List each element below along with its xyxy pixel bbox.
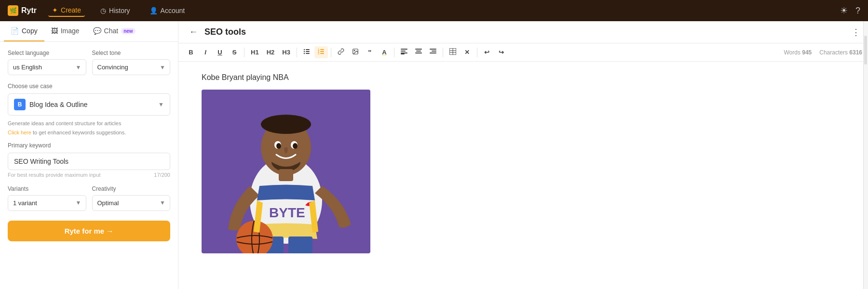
align-center-button[interactable] (412, 46, 425, 58)
word-count-area: Words 945 Characters 6316 (784, 49, 862, 56)
back-button[interactable]: ← (186, 26, 201, 38)
svg-rect-23 (430, 53, 436, 53)
use-case-chevron-icon: ▼ (158, 101, 164, 108)
language-group: Select language us English ▼ (8, 50, 86, 75)
ryte-button-label: Ryte for me → (65, 227, 114, 235)
use-case-selector: B Blog Idea & Outline ▼ (8, 93, 170, 116)
language-select[interactable]: us English (8, 59, 86, 75)
header-right: ⋮ (852, 27, 860, 38)
image-insert-button[interactable] (349, 46, 362, 58)
use-case-description: Generate ideas and content structure for… (8, 119, 170, 128)
nav-account-label: Account (161, 7, 185, 14)
use-case-value-label: Blog Idea & Outline (29, 101, 154, 108)
theme-toggle-icon[interactable]: ☀ (840, 5, 848, 16)
use-case-button[interactable]: B Blog Idea & Outline ▼ (8, 93, 170, 116)
tone-group: Select tone Convincing ▼ (92, 50, 171, 75)
svg-point-4 (304, 53, 305, 54)
keyword-count: 17/200 (154, 172, 170, 178)
words-count: 945 (802, 49, 812, 56)
link-button[interactable] (334, 46, 348, 58)
image-tab-label: Image (61, 27, 80, 35)
use-case-label: Choose use case (8, 83, 170, 90)
svg-rect-3 (306, 51, 310, 52)
toolbar-divider-2 (297, 48, 297, 57)
tone-select-wrapper: Convincing ▼ (92, 59, 171, 75)
svg-rect-17 (401, 53, 405, 54)
help-icon[interactable]: ? (855, 6, 860, 16)
chat-tab-label: Chat (104, 27, 119, 35)
image-caption: Kobe Bryant playing NBA (202, 73, 845, 82)
ordered-list-button[interactable]: 1.2.3. (314, 46, 328, 58)
h1-button[interactable]: H1 (247, 47, 262, 58)
nav-logo[interactable]: 🌿 Rytr (8, 5, 37, 16)
variants-select[interactable]: 1 variant (8, 195, 86, 211)
tab-chat[interactable]: 💬 Chat new (86, 21, 142, 41)
table-button[interactable] (446, 46, 460, 58)
content-area: ← SEO tools ⋮ B I U S H1 H2 H3 1.2.3. (178, 21, 868, 289)
quote-button[interactable]: " (363, 46, 377, 58)
image-tab-icon: 🖼 (51, 27, 58, 35)
nav-right: ☀ ? (840, 5, 860, 16)
clear-formatting-button[interactable]: ✕ (461, 47, 474, 58)
editor-body[interactable]: Kobe Bryant playing NBA (178, 62, 868, 289)
editor-title: SEO tools (204, 27, 246, 37)
editor-toolbar: B I U S H1 H2 H3 1.2.3. " A (178, 43, 868, 62)
nav-item-create[interactable]: ✦ Create (48, 4, 85, 17)
nav-item-account[interactable]: 👤 Account (146, 5, 189, 16)
editor-scrollbar[interactable] (863, 21, 868, 289)
chat-badge: new (121, 28, 135, 34)
toolbar-divider-4 (394, 48, 394, 57)
undo-button[interactable]: ↩ (480, 47, 494, 58)
nav-history-label: History (109, 7, 130, 14)
toolbar-divider-1 (244, 48, 244, 57)
tab-image[interactable]: 🖼 Image (44, 21, 86, 41)
more-options-button[interactable]: ⋮ (852, 27, 860, 38)
keyword-hint-text: For best results provide maximum input (8, 172, 101, 178)
bullet-list-button[interactable] (300, 46, 313, 58)
chars-count: 6316 (849, 49, 862, 56)
svg-point-37 (276, 143, 281, 149)
strikethrough-button[interactable]: S (228, 47, 241, 58)
keyword-suggestion-hint: Click here to get enhanced keywords sugg… (8, 130, 170, 135)
content-header: ← SEO tools ⋮ (178, 21, 868, 43)
bold-button[interactable]: B (184, 47, 198, 58)
tone-select[interactable]: Convincing (92, 59, 171, 75)
click-here-link[interactable]: Click here (8, 130, 31, 135)
chat-tab-icon: 💬 (93, 27, 101, 35)
creativity-label: Creativity (92, 185, 171, 192)
svg-rect-9 (320, 51, 324, 52)
copy-tab-label: Copy (22, 27, 38, 35)
highlight-button[interactable]: A (378, 47, 391, 58)
toolbar-divider-5 (443, 48, 443, 57)
keyword-input[interactable] (8, 153, 170, 170)
creativity-select[interactable]: Optimal (92, 195, 171, 211)
create-icon: ✦ (52, 6, 58, 14)
variants-creativity-row: Variants 1 variant ▼ Creativity Optimal (8, 185, 170, 211)
ryte-button[interactable]: Ryte for me → (8, 221, 170, 241)
align-left-button[interactable] (397, 46, 411, 58)
svg-rect-7 (320, 49, 324, 50)
words-label: Words 945 (784, 49, 812, 56)
account-icon: 👤 (149, 7, 158, 14)
h3-button[interactable]: H3 (279, 47, 294, 58)
copy-tab-icon: 📄 (11, 27, 19, 35)
tab-copy[interactable]: 📄 Copy (4, 21, 44, 41)
italic-button[interactable]: I (199, 47, 212, 58)
logo-icon: 🌿 (8, 5, 18, 16)
history-icon: ◷ (100, 7, 106, 14)
redo-button[interactable]: ↪ (495, 47, 508, 58)
underline-button[interactable]: U (213, 47, 227, 58)
svg-rect-19 (416, 51, 421, 52)
svg-point-13 (354, 50, 355, 51)
h2-button[interactable]: H2 (263, 47, 278, 58)
svg-rect-22 (432, 51, 436, 52)
align-right-button[interactable] (426, 46, 440, 58)
svg-rect-1 (306, 49, 310, 50)
svg-point-34 (261, 115, 311, 134)
chars-label: Characters 6316 (819, 49, 862, 56)
variants-label: Variants (8, 185, 86, 192)
nav-item-history[interactable]: ◷ History (96, 5, 134, 16)
svg-rect-15 (401, 51, 406, 52)
keyword-section: Primary keyword For best results provide… (8, 142, 170, 178)
use-case-icon: B (14, 99, 26, 110)
